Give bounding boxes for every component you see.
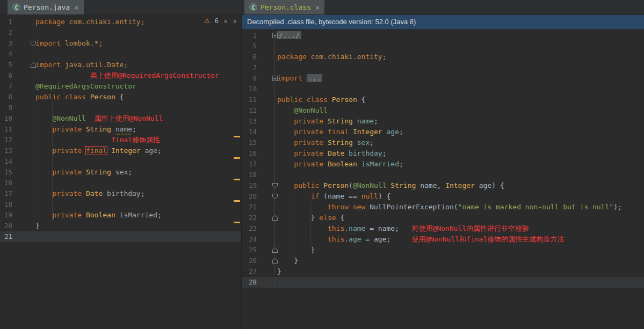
code-line[interactable]: 13 private final Integer age; [0,145,241,156]
fold-plus-icon[interactable]: + [272,33,278,38]
gutter[interactable]: 7 [242,62,275,73]
folded-region[interactable]: ... [307,74,322,82]
code-area-left[interactable]: 1package com.chiaki.entity;23import lomb… [0,15,241,242]
warning-stripe-mark[interactable] [234,200,240,202]
gutter[interactable]: 6 [0,70,33,81]
gutter[interactable]: 16 [0,178,33,188]
code-line[interactable]: 25 } [242,245,644,255]
gutter[interactable]: 6 [242,52,275,62]
prev-warning-chevron-icon[interactable]: ∧ [223,18,228,25]
code-line[interactable]: 19 public Person(@NonNull String name, I… [242,180,644,191]
code-line[interactable]: 18 [0,199,241,210]
gutter[interactable]: 4 [0,49,33,60]
gutter[interactable]: 7 [0,81,33,92]
gutter[interactable]: 1+ [242,30,275,41]
code-line[interactable]: 5import java.util.Date; [0,60,241,70]
gutter[interactable]: 26 [242,255,275,266]
code-line[interactable]: 15 private String sex; [242,137,644,148]
gutter[interactable]: 24 [242,234,275,245]
code-line[interactable]: 19 private Boolean isMarried; [0,210,241,221]
code-line[interactable]: 21 throw new NullPointerException("name … [242,202,644,213]
code-line[interactable]: 10 [242,84,644,94]
gutter[interactable]: 10 [242,84,275,94]
gutter[interactable]: 16 [242,148,275,159]
code-line[interactable]: 13 private String name; [242,116,644,127]
fold-plus-icon[interactable]: + [272,76,278,81]
warning-stripe-mark[interactable] [234,157,240,159]
gutter[interactable]: 8 [0,92,33,103]
gutter[interactable]: 19 [242,180,275,191]
gutter[interactable]: 13 [242,116,275,127]
code-line[interactable]: 12 @NonNull [242,105,644,116]
code-line[interactable]: 15 private String sex; [0,167,241,178]
caret-line[interactable]: 28 [242,277,644,288]
code-line[interactable]: 8+import ... [242,73,644,84]
gutter[interactable]: 22 [242,213,275,223]
next-warning-chevron-icon[interactable]: ∨ [233,18,237,25]
gutter[interactable]: 21 [242,202,275,213]
code-line[interactable]: 2 [0,27,241,38]
code-line[interactable]: 26 } [242,255,644,266]
gutter[interactable]: 25 [242,245,275,255]
gutter[interactable]: 20 [242,191,275,202]
gutter[interactable]: 18 [0,199,33,210]
gutter[interactable]: 28 [242,277,275,288]
gutter[interactable]: 20 [0,221,33,231]
gutter[interactable]: 12 [0,135,33,145]
gutter[interactable]: 18 [242,170,275,180]
code-line[interactable]: 24 this.age = age; 使用@NonNull和final修饰的属性… [242,234,644,245]
gutter[interactable]: 14 [242,127,275,137]
code-line[interactable]: 14 [0,156,241,167]
code-line[interactable]: 18 [242,170,644,180]
gutter[interactable]: 27 [242,266,275,277]
gutter[interactable]: 17 [242,159,275,170]
code-line[interactable]: 20} [0,221,241,231]
tab-person-class[interactable]: C Person.class × [244,0,324,14]
warning-stripe-mark[interactable] [234,179,240,180]
gutter[interactable]: 3 [0,38,33,49]
code-line[interactable]: 7 [242,62,644,73]
gutter[interactable]: 2 [0,27,33,38]
warning-stripe-mark[interactable] [234,222,240,223]
code-line[interactable]: 20 if (name == null) { [242,191,644,202]
gutter[interactable]: 19 [0,210,33,221]
gutter[interactable]: 11 [0,124,33,135]
code-line[interactable]: 7@RequiredArgsConstructor [0,81,241,92]
gutter[interactable]: 5 [242,41,275,52]
code-line[interactable]: 4 [0,49,241,60]
code-line[interactable]: 9 [0,103,241,113]
warning-stripe-mark[interactable] [234,136,240,137]
gutter[interactable]: 15 [0,167,33,178]
code-line[interactable]: 14 private final Integer age; [242,127,644,137]
close-icon[interactable]: × [314,4,320,11]
code-line[interactable]: 5 [242,41,644,52]
editor-pane-person-class[interactable]: Decompiled .class file, bytecode version… [242,15,644,329]
code-line[interactable]: 23 this.name = name; 对使用@NonNull的属性进行非空校… [242,223,644,234]
gutter[interactable]: 17 [0,188,33,199]
code-line[interactable]: 8public class Person { [0,92,241,103]
gutter[interactable]: 5 [0,60,33,70]
code-line[interactable]: 27} [242,266,644,277]
gutter[interactable]: 21 [0,231,33,242]
code-line[interactable]: 17 private Boolean isMarried; [242,159,644,170]
code-line[interactable]: 3import lombok.*; [0,38,241,49]
code-line[interactable]: 11 private String name; [0,124,241,135]
inspection-widget[interactable]: ⚠ 6 ∧ ∨ [204,17,237,25]
code-line[interactable]: 17 private Date birthday; [0,188,241,199]
gutter[interactable]: 14 [0,156,33,167]
tab-person-java[interactable]: C Person.java × [8,0,84,14]
code-line[interactable]: 12 final修饰属性 [0,135,241,145]
gutter[interactable]: 23 [242,223,275,234]
code-line[interactable]: 10 @NonNull 属性上使用@NonNull [0,113,241,124]
code-line[interactable]: 6 类上使用@RequiredArgsConstructor [0,70,241,81]
gutter[interactable]: 15 [242,137,275,148]
gutter[interactable]: 12 [242,105,275,116]
code-line[interactable]: 16 [0,178,241,188]
code-line[interactable]: 16 private Date birthday; [242,148,644,159]
gutter[interactable]: 13 [0,145,33,156]
code-line[interactable]: 22 } else { [242,213,644,223]
close-icon[interactable]: × [73,4,78,11]
caret-line[interactable]: 21 [0,231,241,242]
gutter[interactable]: 11 [242,94,275,105]
gutter[interactable]: 1 [0,17,33,27]
